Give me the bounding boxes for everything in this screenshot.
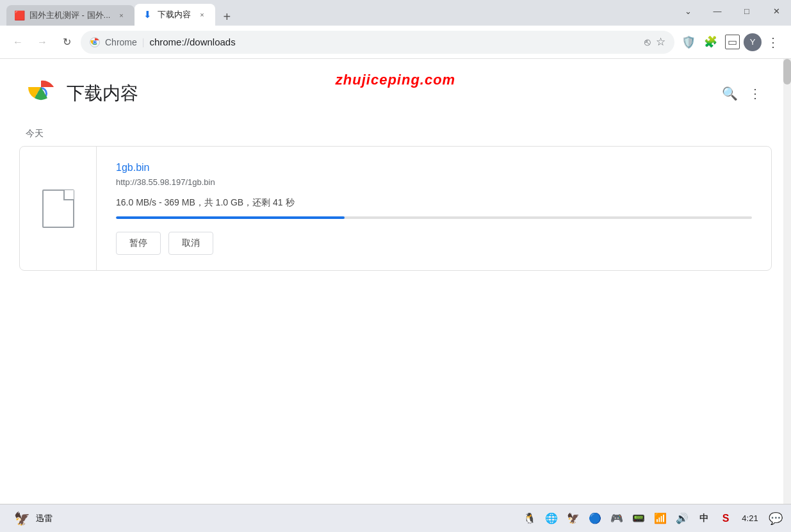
puzzle-icon: 🧩 [704, 35, 717, 49]
taskbar-qq-icon[interactable]: 🐧 [521, 510, 539, 528]
taskbar-game-icon[interactable]: 🎮 [608, 510, 626, 528]
download-details: 1gb.bin http://38.55.98.197/1gb.bin 16.0… [97, 147, 771, 270]
scrollbar-track[interactable] [783, 59, 791, 504]
chrome-logo [26, 78, 56, 109]
address-bar-chrome-icon [90, 37, 100, 47]
taskbar-volume-icon[interactable]: 🔊 [673, 510, 691, 528]
tab-1-label: 国外主机测评 - 国外... [29, 10, 110, 21]
pause-button[interactable]: 暂停 [116, 232, 161, 255]
share-icon[interactable]: ⎋ [644, 36, 651, 48]
cancel-button[interactable]: 取消 [168, 232, 213, 255]
sidebar-icon: ▭ [725, 35, 740, 49]
progress-bar-container [116, 216, 752, 219]
close-button[interactable]: ✕ [762, 0, 791, 22]
content-area: 下载内容 🔍 ⋮ zhujiceping.com 今天 1gb.bin http… [0, 59, 791, 504]
tab-1-close[interactable]: × [115, 10, 127, 21]
xunlei-icon: 🦅 [13, 510, 31, 528]
taskbar-xunlei2-icon[interactable]: 🦅 [564, 510, 582, 528]
tab-strip: 🟥 国外主机测评 - 国外... × ⬇ 下载内容 × + [0, 0, 236, 26]
tab-1[interactable]: 🟥 国外主机测评 - 国外... × [6, 5, 135, 26]
address-url: chrome://downloads [149, 36, 235, 47]
search-button[interactable]: 🔍 [719, 83, 740, 104]
maximize-button[interactable]: □ [732, 0, 762, 22]
download-actions: 暂停 取消 [116, 232, 752, 255]
taskbar-bluetooth-icon[interactable]: 🔵 [586, 510, 604, 528]
taskbar-screen-icon[interactable]: 📟 [630, 510, 648, 528]
xunlei-label: 迅雷 [36, 513, 53, 524]
page-title: 下载内容 [67, 81, 138, 106]
reload-button[interactable]: ↻ [56, 32, 77, 52]
toolbar: ← → ↻ Chrome | chrome://downloads ⎋ ☆ 🛡️… [0, 26, 791, 59]
svg-point-4 [94, 41, 96, 44]
bookmark-icon[interactable]: ☆ [656, 35, 665, 49]
download-card: 1gb.bin http://38.55.98.197/1gb.bin 16.0… [19, 146, 772, 271]
download-icon-col [20, 147, 97, 270]
taskbar-clock[interactable]: 4:21 [738, 513, 762, 523]
taskbar-xunlei[interactable]: 🦅 迅雷 [5, 507, 60, 530]
tab-2[interactable]: ⬇ 下载内容 × [135, 4, 215, 26]
address-brand: Chrome [105, 37, 137, 47]
address-separator: | [142, 37, 145, 47]
shield-button[interactable]: 🛡️ [678, 32, 699, 52]
taskbar-ime-icon[interactable]: 中 [695, 510, 713, 528]
downloads-header: 下载内容 🔍 ⋮ [0, 59, 791, 115]
search-icon: 🔍 [722, 86, 738, 101]
downloads-header-right: 🔍 ⋮ [719, 83, 765, 104]
page-menu-icon: ⋮ [749, 86, 762, 101]
shield-icon: 🛡️ [681, 35, 696, 49]
download-url: http://38.55.98.197/1gb.bin [116, 177, 752, 187]
taskbar-s-icon[interactable]: S [717, 510, 735, 528]
menu-button[interactable]: ⋮ [763, 32, 783, 52]
toolbar-right: 🛡️ 🧩 ▭ Y ⋮ [678, 32, 783, 52]
progress-bar-fill [116, 216, 345, 219]
download-filename[interactable]: 1gb.bin [116, 162, 752, 173]
taskbar-wifi-icon[interactable]: 📶 [651, 510, 669, 528]
title-bar: 🟥 国外主机测评 - 国外... × ⬇ 下载内容 × + ⌄ — □ ✕ [0, 0, 791, 26]
section-today-label: 今天 [0, 115, 791, 146]
scrollbar-thumb[interactable] [783, 59, 791, 85]
file-icon [42, 189, 74, 228]
forward-button[interactable]: → [32, 32, 53, 52]
minimize-button[interactable]: — [703, 0, 732, 22]
taskbar: 🦅 迅雷 🐧 🌐 🦅 🔵 🎮 📟 📶 🔊 中 S 4:21 💬 [0, 504, 791, 532]
back-button[interactable]: ← [8, 32, 28, 52]
download-status: 16.0 MB/s - 369 MB，共 1.0 GB，还剩 41 秒 [116, 197, 752, 209]
taskbar-browser-icon[interactable]: 🌐 [542, 510, 560, 528]
taskbar-notif-icon[interactable]: 💬 [765, 508, 786, 529]
new-tab-button[interactable]: + [218, 8, 236, 26]
avatar-button[interactable]: Y [744, 33, 762, 51]
window-controls: ⌄ — □ ✕ [673, 0, 791, 22]
sidebar-button[interactable]: ▭ [722, 32, 742, 52]
taskbar-right: 🐧 🌐 🦅 🔵 🎮 📟 📶 🔊 中 S 4:21 💬 [521, 508, 786, 529]
tab-2-label: 下载内容 [158, 9, 191, 20]
tab-1-favicon: 🟥 [14, 10, 24, 20]
page-menu-button[interactable]: ⋮ [745, 83, 765, 104]
tab-2-favicon: ⬇ [142, 10, 152, 20]
menu-icon: ⋮ [767, 35, 779, 50]
tab-2-close[interactable]: × [196, 9, 208, 20]
restore-button[interactable]: ⌄ [673, 0, 703, 22]
extensions-button[interactable]: 🧩 [700, 32, 721, 52]
address-bar[interactable]: Chrome | chrome://downloads ⎋ ☆ [81, 31, 674, 54]
